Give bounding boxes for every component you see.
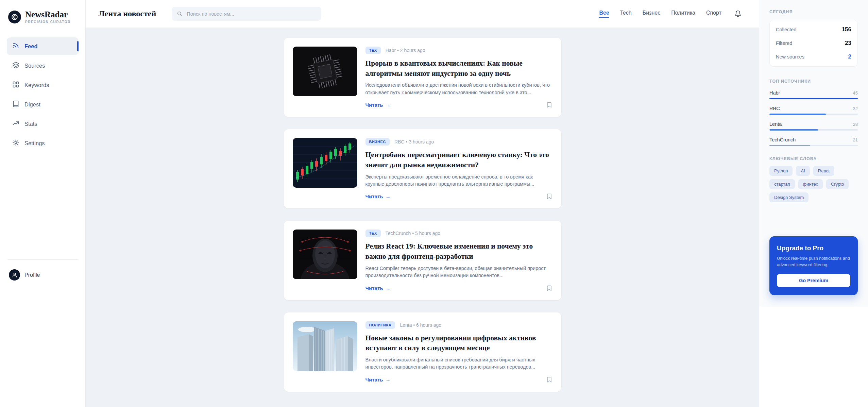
feed-column: ТЕХ Habr • 2 hours ago Прорыв в квантовы…: [284, 38, 561, 392]
sidebar-item-label: Digest: [24, 101, 40, 108]
arrow-right-icon: →: [386, 102, 391, 108]
bookmark-icon[interactable]: [546, 376, 552, 383]
sidebar: NewsRadar PRECISION CURATOR Feed Sources…: [0, 0, 86, 407]
filter-tabs: Все Tech Бизнес Политика Спорт: [599, 10, 721, 18]
keyword-chip[interactable]: финтех: [798, 179, 823, 189]
read-more-label: Читать: [365, 193, 383, 199]
article-source-meta: RBC • 3 hours ago: [394, 139, 434, 145]
keyword-chip[interactable]: Design System: [769, 192, 809, 202]
keyword-chip[interactable]: Python: [769, 166, 793, 176]
profile-button[interactable]: Profile: [9, 269, 78, 281]
bookmark-icon[interactable]: [546, 285, 552, 291]
stat-row-collected: Collected 156: [776, 23, 851, 36]
sidebar-item-label: Sources: [24, 63, 45, 69]
tab-tech[interactable]: Tech: [620, 10, 632, 18]
main-column: Лента новостей Все Tech Бизнес Политика …: [86, 0, 759, 407]
category-badge: БИЗНЕС: [365, 138, 390, 146]
feed-content: ТЕХ Habr • 2 hours ago Прорыв в квантовы…: [86, 28, 759, 407]
source-bar-track: [769, 114, 858, 115]
article-title[interactable]: Прорыв в квантовых вычислениях: Как новы…: [365, 58, 552, 79]
stat-label: Collected: [776, 27, 796, 32]
article-source-meta: Lenta • 6 hours ago: [400, 322, 441, 328]
sidebar-divider: [7, 259, 78, 260]
layers-icon: [12, 62, 19, 70]
source-count: 21: [853, 137, 858, 142]
sidebar-item-feed[interactable]: Feed: [7, 37, 79, 55]
article-thumbnail-buildings: [293, 321, 357, 371]
upgrade-title: Upgrade to Pro: [777, 244, 850, 252]
gear-icon: [12, 139, 19, 148]
stat-row-filtered: Filtered 23: [776, 36, 851, 50]
article-title[interactable]: Релиз React 19: Ключевые изменения и поч…: [365, 241, 552, 261]
read-more-link[interactable]: Читать→: [365, 377, 391, 383]
source-bar-fill: [769, 145, 810, 146]
sidebar-item-label: Settings: [24, 140, 45, 147]
article-card: ТЕХ TechCrunch • 5 hours ago Релиз React…: [284, 221, 561, 300]
right-panel-content: СЕГОДНЯ Collected 156 Filtered 23 New so…: [759, 0, 868, 307]
source-count: 28: [853, 122, 858, 127]
search-input[interactable]: [172, 7, 321, 21]
arrow-right-icon: →: [386, 193, 391, 199]
arrow-right-icon: →: [386, 285, 391, 291]
stat-value: 156: [842, 26, 851, 33]
go-premium-button[interactable]: Go Premium: [777, 274, 850, 287]
arrow-right-icon: →: [386, 377, 391, 383]
keyword-chip[interactable]: AI: [796, 166, 810, 176]
sidebar-item-stats[interactable]: Stats: [7, 115, 79, 133]
sidebar-item-label: Feed: [24, 43, 38, 50]
top-header: Лента новостей Все Tech Бизнес Политика …: [86, 0, 759, 28]
sidebar-item-label: Keywords: [24, 82, 49, 88]
read-more-link[interactable]: Читать→: [365, 285, 391, 291]
keyword-chip[interactable]: Crypto: [826, 179, 849, 189]
article-excerpt: Власти опубликовали финальный список тре…: [365, 356, 552, 371]
article-card: БИЗНЕС RBC • 3 hours ago Центробанк пере…: [284, 129, 561, 208]
read-more-link[interactable]: Читать→: [365, 193, 391, 199]
search-box: [172, 7, 321, 21]
bookmark-icon[interactable]: [546, 102, 552, 108]
article-excerpt: Эксперты предсказывают временное охлажде…: [365, 173, 552, 188]
top-sources-list: Habr 45 RBC 32 Lenta 28: [769, 90, 858, 146]
article-title[interactable]: Новые законы о регулировании цифровых ак…: [365, 333, 552, 353]
sidebar-item-sources[interactable]: Sources: [7, 57, 79, 74]
right-panel: СЕГОДНЯ Collected 156 Filtered 23 New so…: [759, 0, 868, 407]
source-count: 32: [853, 106, 858, 111]
source-bar-track: [769, 129, 858, 131]
sidebar-item-keywords[interactable]: Keywords: [7, 76, 79, 94]
article-thumbnail-face: [293, 230, 357, 279]
read-more-label: Читать: [365, 285, 383, 291]
tab-politics[interactable]: Политика: [671, 10, 695, 18]
keyword-chip[interactable]: стартап: [769, 179, 795, 189]
article-card: ПОЛИТИКА Lenta • 6 hours ago Новые закон…: [284, 312, 561, 392]
sidebar-item-label: Stats: [24, 121, 37, 127]
avatar: [9, 269, 20, 281]
stat-value: 2: [848, 53, 851, 60]
sidebar-item-settings[interactable]: Settings: [7, 134, 79, 152]
upgrade-card: Upgrade to Pro Unlock real-time push not…: [769, 236, 858, 295]
tab-business[interactable]: Бизнес: [643, 10, 661, 18]
source-count: 45: [853, 90, 858, 96]
keywords-section-title: КЛЮЧЕВЫЕ СЛОВА: [769, 156, 858, 161]
article-card: ТЕХ Habr • 2 hours ago Прорыв в квантовы…: [284, 38, 561, 117]
newsradar-app: NewsRadar PRECISION CURATOR Feed Sources…: [0, 0, 868, 407]
source-name: Lenta: [769, 121, 782, 127]
app-name: NewsRadar: [25, 10, 71, 19]
tab-all[interactable]: Все: [599, 10, 609, 18]
source-name: Habr: [769, 90, 780, 96]
bell-icon[interactable]: [734, 10, 742, 17]
source-bar-track: [769, 145, 858, 146]
source-name: RBC: [769, 106, 780, 111]
article-title[interactable]: Центробанк пересматривает ключевую ставк…: [365, 150, 552, 170]
category-badge: ТЕХ: [365, 47, 381, 54]
today-stats-card: Collected 156 Filtered 23 New sources 2: [769, 20, 858, 67]
bookmark-icon[interactable]: [546, 193, 552, 200]
stat-row-new-sources: New sources 2: [776, 50, 851, 64]
app-logo: NewsRadar PRECISION CURATOR: [8, 10, 85, 24]
article-excerpt: Исследователи объявили о достижении ново…: [365, 82, 552, 96]
read-more-link[interactable]: Читать→: [365, 102, 391, 108]
tab-sport[interactable]: Спорт: [706, 10, 721, 18]
read-more-label: Читать: [365, 102, 383, 108]
article-excerpt: React Compiler теперь доступен в бета-ве…: [365, 265, 552, 279]
keyword-chip[interactable]: React: [813, 166, 834, 176]
top-sources-title: ТОП ИСТОЧНИКИ: [769, 79, 858, 84]
sidebar-item-digest[interactable]: Digest: [7, 96, 79, 113]
